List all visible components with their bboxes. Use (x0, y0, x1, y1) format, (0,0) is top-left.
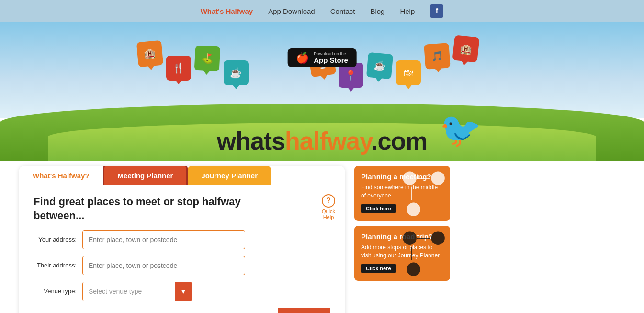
tab-bar: What's Halfway? Meeting Planner Journey … (19, 166, 345, 185)
network-icon: ⬤—⬤ | ⬤ (402, 169, 445, 216)
roadtrip-card-cta[interactable]: Click here (361, 264, 396, 273)
site-title: whatshalfway.com (217, 127, 428, 155)
nav-blog[interactable]: Blog (370, 7, 384, 15)
form-area: Find great places to meet or stop halfwa… (19, 185, 345, 313)
icon-coffee2: ☕ (366, 52, 393, 79)
quick-help-label: QuickHelp (322, 209, 335, 220)
facebook-link[interactable]: f (430, 4, 443, 18)
icon-hotel2: 🏨 (452, 35, 479, 62)
their-address-row: Their address: (34, 256, 330, 275)
hero-section: 🏨 🍴 ⛳ ☕ 🍸 📍 ☕ 🍽 🎵 🏨 🍎 Download on the Ap… (0, 22, 644, 161)
icon-hotel: 🏨 (136, 40, 163, 67)
icon-cutlery: 🍽 (396, 60, 421, 85)
icon-tee: ⛳ (194, 46, 220, 72)
venue-type-row: Venue type: Select venue type Restaurant… (34, 282, 330, 301)
nav-whats-halfway[interactable]: What's Halfway (201, 7, 253, 15)
nav-help[interactable]: Help (400, 7, 415, 15)
navigation: What's Halfway App Download Contact Blog… (0, 0, 644, 22)
nav-contact[interactable]: Contact (330, 7, 355, 15)
meeting-card: Planning a meeting? Find somewhere in th… (354, 166, 450, 221)
submit-button[interactable]: Submit (278, 308, 330, 313)
icon-music: 🎵 (424, 43, 451, 70)
your-address-row: Your address: (34, 230, 330, 249)
your-address-label: Your address: (34, 236, 77, 244)
venue-select-arrow: ▼ (175, 282, 192, 301)
quick-help-button[interactable]: ? QuickHelp (322, 194, 335, 220)
main-panel: What's Halfway? Meeting Planner Journey … (19, 166, 345, 313)
tab-journey-planner[interactable]: Journey Planner (188, 166, 271, 185)
nav-app-download[interactable]: App Download (268, 7, 315, 15)
route-icon: ⬤—⬤ | ⬤ (402, 229, 445, 276)
roadtrip-card: Planning a road trip? Add more stops or … (354, 226, 450, 281)
appstore-text: Download on the App Store (314, 51, 348, 64)
their-address-input[interactable] (82, 256, 245, 275)
icon-restaurant: 🍴 (166, 56, 191, 81)
venue-type-select[interactable]: Select venue type Restaurant Pub Cafe Ho… (83, 282, 175, 301)
tab-meeting-planner[interactable]: Meeting Planner (103, 166, 188, 185)
bird-mascot: 🐦 (440, 113, 481, 147)
your-address-input[interactable] (82, 230, 245, 249)
submit-row: Submit (34, 308, 330, 313)
appstore-button[interactable]: 🍎 Download on the App Store (287, 48, 357, 67)
venue-type-label: Venue type: (34, 288, 77, 296)
venue-select-wrapper: Select venue type Restaurant Pub Cafe Ho… (82, 282, 192, 301)
tab-whats-halfway[interactable]: What's Halfway? (19, 166, 103, 185)
apple-icon: 🍎 (296, 52, 309, 64)
right-panels: Planning a meeting? Find somewhere in th… (354, 166, 450, 313)
quick-help-icon: ? (322, 194, 335, 208)
main-content: What's Halfway? Meeting Planner Journey … (0, 166, 644, 313)
meeting-card-cta[interactable]: Click here (361, 204, 396, 213)
form-title: Find great places to meet or stop halfwa… (34, 195, 254, 222)
icon-coffee: ☕ (224, 60, 249, 85)
their-address-label: Their address: (34, 262, 77, 270)
